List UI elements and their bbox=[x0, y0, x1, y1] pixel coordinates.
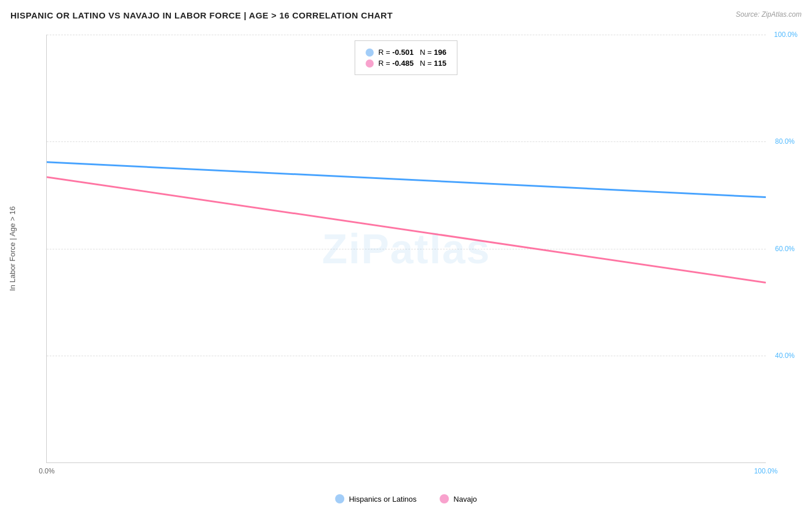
legend-box: R = -0.501 N = 196 R = -0.485 N = 115 bbox=[355, 40, 457, 75]
legend-dot-pink-bottom bbox=[439, 494, 449, 503]
bottom-legend: Hispanics or Latinos Navajo bbox=[335, 494, 477, 503]
chart-container: HISPANIC OR LATINO VS NAVAJO IN LABOR FO… bbox=[0, 0, 812, 515]
y-tick-100: 100.0% bbox=[774, 31, 798, 39]
source-text: Source: ZipAtlas.com bbox=[736, 10, 802, 18]
y-tick-80: 80.0% bbox=[775, 137, 795, 145]
legend-dot-blue-bottom bbox=[335, 494, 344, 503]
legend-row-blue: R = -0.501 N = 196 bbox=[366, 48, 446, 57]
y-tick-60: 60.0% bbox=[775, 245, 795, 253]
x-label-0: 0.0% bbox=[39, 467, 54, 475]
legend-item-pink: Navajo bbox=[439, 494, 476, 503]
legend-row-pink: R = -0.485 N = 115 bbox=[366, 59, 446, 68]
legend-item-blue: Hispanics or Latinos bbox=[335, 494, 416, 503]
legend-label-blue: Hispanics or Latinos bbox=[349, 495, 416, 503]
chart-title: HISPANIC OR LATINO VS NAVAJO IN LABOR FO… bbox=[10, 10, 393, 20]
legend-dot-pink bbox=[366, 59, 374, 68]
y-tick-40: 40.0% bbox=[775, 352, 795, 360]
legend-r-pink: R = -0.485 N = 115 bbox=[378, 59, 446, 68]
legend-r-blue: R = -0.501 N = 196 bbox=[378, 48, 446, 57]
legend-label-pink: Navajo bbox=[453, 495, 476, 503]
y-axis-label: In Labor Force | Age > 16 bbox=[8, 35, 17, 463]
scatter-canvas bbox=[47, 35, 766, 462]
x-label-100: 100.0% bbox=[754, 467, 778, 475]
chart-area: 100.0% 80.0% 60.0% 40.0% 0.0% 100.0% ZiP… bbox=[46, 35, 766, 463]
legend-dot-blue bbox=[366, 48, 374, 57]
